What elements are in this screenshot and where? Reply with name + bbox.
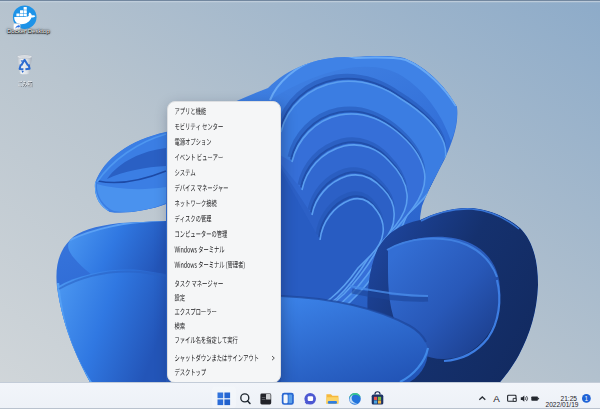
svg-text:A: A bbox=[493, 393, 500, 404]
svg-text:1: 1 bbox=[585, 395, 589, 402]
